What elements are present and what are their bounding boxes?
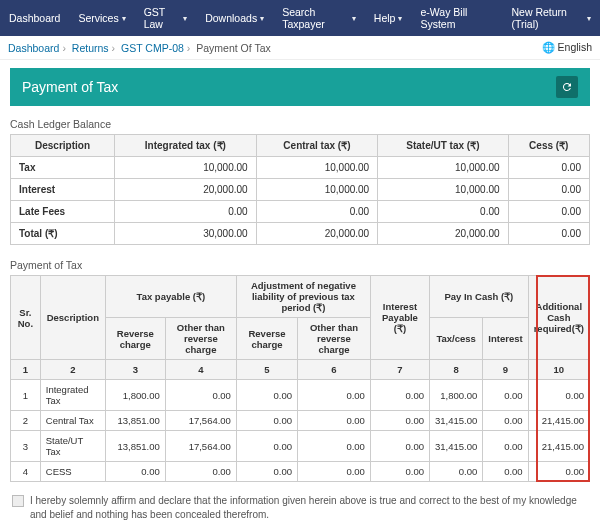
pay-otrc: 17,564.00 [165, 411, 236, 431]
pay-int: 0.00 [483, 431, 528, 462]
th-n2: 2 [40, 360, 105, 380]
pay-acr: 0.00 [528, 462, 589, 482]
ledger-st: 0.00 [378, 201, 508, 223]
ledger-label: Total (₹) [11, 223, 115, 245]
refresh-icon [561, 81, 573, 93]
caret-down-icon: ▾ [398, 14, 402, 23]
crumb-current: Payment Of Tax [196, 42, 271, 54]
ledger-ct: 0.00 [256, 201, 378, 223]
pay-tc: 1,800.00 [430, 380, 483, 411]
ledger-st: 20,000.00 [378, 223, 508, 245]
pay-desc: State/UT Tax [40, 431, 105, 462]
ledger-ct: 10,000.00 [256, 179, 378, 201]
pay-int: 0.00 [483, 380, 528, 411]
th-n9: 9 [483, 360, 528, 380]
th-n7: 7 [370, 360, 429, 380]
th-n3: 3 [105, 360, 165, 380]
crumb-returns[interactable]: Returns [72, 42, 109, 54]
pay-acr: 0.00 [528, 380, 589, 411]
th-adjustment: Adjustment of negative liability of prev… [236, 276, 370, 318]
nav-search-taxpayer[interactable]: Search Taxpayer▾ [273, 0, 365, 36]
pay-otrc: 0.00 [165, 380, 236, 411]
nav-help[interactable]: Help▾ [365, 0, 412, 36]
th-rc2: Reverse charge [236, 318, 297, 360]
pay-adj-rc: 0.00 [236, 411, 297, 431]
pay-adj-otrc: 0.00 [298, 411, 371, 431]
th-tax-payable: Tax payable (₹) [105, 276, 236, 318]
pay-sr: 2 [11, 411, 41, 431]
pay-ip: 0.00 [370, 380, 429, 411]
payment-of-tax-label: Payment of Tax [10, 259, 590, 271]
payment-row: 4CESS0.000.000.000.000.000.000.000.00 [11, 462, 590, 482]
th-integrated-tax: Integrated tax (₹) [115, 135, 257, 157]
nav-gst-law[interactable]: GST Law▾ [135, 0, 197, 36]
th-n6: 6 [298, 360, 371, 380]
language-selector[interactable]: 🌐 English [542, 41, 592, 54]
ledger-it: 0.00 [115, 201, 257, 223]
crumb-dashboard[interactable]: Dashboard [8, 42, 59, 54]
pay-desc: Central Tax [40, 411, 105, 431]
payment-row: 1Integrated Tax1,800.000.000.000.000.001… [11, 380, 590, 411]
pay-desc: Integrated Tax [40, 380, 105, 411]
ledger-st: 10,000.00 [378, 179, 508, 201]
breadcrumb: Dashboard› Returns› GST CMP-08› Payment … [8, 42, 271, 54]
breadcrumb-bar: Dashboard› Returns› GST CMP-08› Payment … [0, 36, 600, 60]
ledger-row: Tax10,000.0010,000.0010,000.000.00 [11, 157, 590, 179]
caret-down-icon: ▾ [352, 14, 356, 23]
ledger-it: 30,000.00 [115, 223, 257, 245]
th-desc: Description [40, 276, 105, 360]
th-n5: 5 [236, 360, 297, 380]
th-central-tax: Central tax (₹) [256, 135, 378, 157]
th-n8: 8 [430, 360, 483, 380]
pay-sr: 3 [11, 431, 41, 462]
disclaimer-row: I hereby solemnly affirm and declare tha… [12, 494, 588, 522]
pay-adj-rc: 0.00 [236, 462, 297, 482]
th-otrc1: Other than reverse charge [165, 318, 236, 360]
th-pay-in-cash: Pay In Cash (₹) [430, 276, 529, 318]
pay-ip: 0.00 [370, 462, 429, 482]
pay-int: 0.00 [483, 411, 528, 431]
ledger-label: Late Fees [11, 201, 115, 223]
caret-down-icon: ▾ [122, 14, 126, 23]
ledger-label: Interest [11, 179, 115, 201]
nav-e-way-bill-system[interactable]: e-Way Bill System [411, 0, 502, 36]
th-sr-no: Sr. No. [11, 276, 41, 360]
refresh-button[interactable] [556, 76, 578, 98]
pay-sr: 4 [11, 462, 41, 482]
payment-row: 2Central Tax13,851.0017,564.000.000.000.… [11, 411, 590, 431]
ledger-it: 10,000.00 [115, 157, 257, 179]
ledger-row: Interest20,000.0010,000.0010,000.000.00 [11, 179, 590, 201]
top-nav: DashboardServices▾GST Law▾Downloads▾Sear… [0, 0, 600, 36]
pay-tc: 0.00 [430, 462, 483, 482]
pay-tc: 31,415.00 [430, 431, 483, 462]
disclaimer-text: I hereby solemnly affirm and declare tha… [30, 494, 588, 522]
cash-ledger-label: Cash Ledger Balance [10, 118, 590, 130]
th-n10: 10 [528, 360, 589, 380]
page-title: Payment of Tax [22, 79, 118, 95]
th-description: Description [11, 135, 115, 157]
crumb-cmp08[interactable]: GST CMP-08 [121, 42, 184, 54]
ledger-row: Total (₹)30,000.0020,000.0020,000.000.00 [11, 223, 590, 245]
nav-dashboard[interactable]: Dashboard [0, 0, 69, 36]
pay-rc: 13,851.00 [105, 431, 165, 462]
pay-int: 0.00 [483, 462, 528, 482]
nav-services[interactable]: Services▾ [69, 0, 134, 36]
th-rc1: Reverse charge [105, 318, 165, 360]
ledger-cess: 0.00 [508, 223, 589, 245]
language-label: English [558, 41, 592, 53]
pay-adj-rc: 0.00 [236, 431, 297, 462]
ledger-row: Late Fees0.000.000.000.00 [11, 201, 590, 223]
caret-down-icon: ▾ [183, 14, 187, 23]
pay-rc: 13,851.00 [105, 411, 165, 431]
ledger-label: Tax [11, 157, 115, 179]
ledger-ct: 10,000.00 [256, 157, 378, 179]
pay-acr: 21,415.00 [528, 431, 589, 462]
disclaimer-checkbox[interactable] [12, 495, 24, 507]
th-otrc2: Other than reverse charge [298, 318, 371, 360]
nav-downloads[interactable]: Downloads▾ [196, 0, 273, 36]
nav-new-return-trial-[interactable]: New Return (Trial)▾ [502, 0, 600, 36]
th-n4: 4 [165, 360, 236, 380]
th-interest: Interest [483, 318, 528, 360]
pay-acr: 21,415.00 [528, 411, 589, 431]
pay-adj-otrc: 0.00 [298, 380, 371, 411]
